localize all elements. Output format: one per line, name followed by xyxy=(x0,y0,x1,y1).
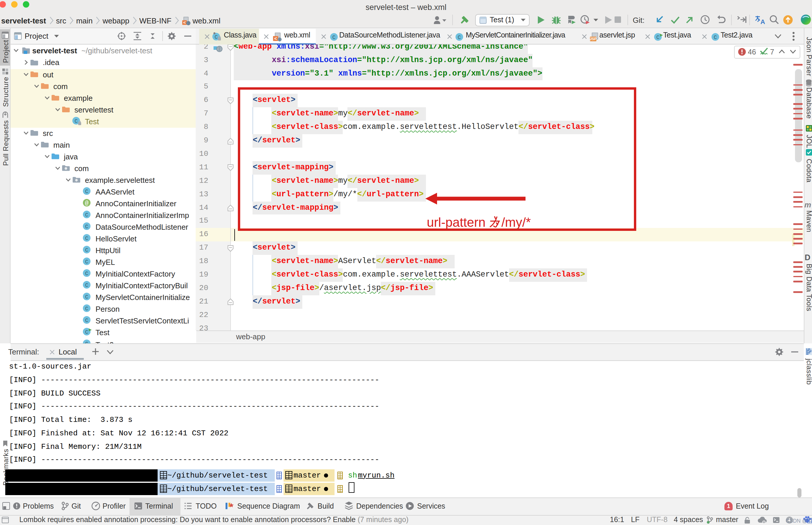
svg-text:C: C xyxy=(714,34,717,41)
svg-text:C: C xyxy=(85,271,89,276)
svg-text:C: C xyxy=(85,329,89,335)
svg-text:C: C xyxy=(85,306,89,312)
svg-text:C: C xyxy=(85,236,89,241)
svg-text:C: C xyxy=(85,224,89,230)
svg-text:C: C xyxy=(85,212,89,218)
svg-text:C: C xyxy=(657,34,660,41)
svg-text:JSP: JSP xyxy=(590,37,597,41)
svg-text:C: C xyxy=(75,118,78,124)
svg-text:1: 1 xyxy=(727,503,730,509)
svg-text:C: C xyxy=(85,282,89,288)
svg-text:<: < xyxy=(274,36,277,41)
svg-text:C: C xyxy=(458,34,461,41)
svg-text:<: < xyxy=(183,20,186,25)
svg-text:C: C xyxy=(85,189,89,195)
svg-text:C: C xyxy=(215,34,218,40)
svg-text:@: @ xyxy=(85,200,89,207)
svg-text:C: C xyxy=(332,34,336,41)
svg-text:C: C xyxy=(85,341,89,343)
svg-text:A: A xyxy=(761,18,765,25)
svg-text:C: C xyxy=(85,318,89,324)
svg-text:C: C xyxy=(85,294,89,300)
svg-text:C: C xyxy=(85,247,89,253)
svg-text:C: C xyxy=(85,259,89,265)
